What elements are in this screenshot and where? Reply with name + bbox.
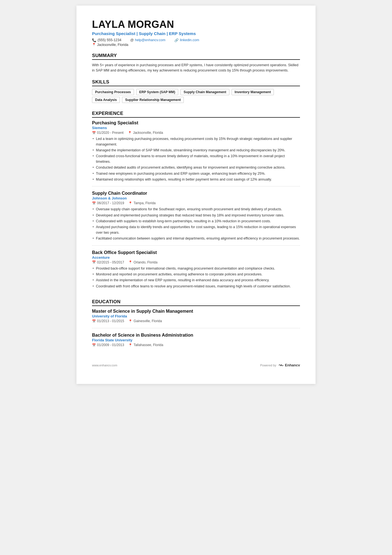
entry-bullets: Oversaw supply chain operations for the … xyxy=(92,207,300,241)
experience-entry: Back Office Support Specialist Accenture… xyxy=(92,250,300,293)
candidate-title: Purchasing Specialist | Supply Chain | E… xyxy=(92,31,300,36)
skill-tag: Supplier Relationship Management xyxy=(122,97,184,103)
edu-title: Master of Science in Supply Chain Manage… xyxy=(92,309,300,314)
edu-date: 📅01/2009 - 01/2013 xyxy=(92,343,124,347)
phone-icon: 📞 xyxy=(92,38,96,42)
edu-meta: 📅01/2009 - 01/2013 📍Tallahassee, Florida xyxy=(92,343,300,347)
entry-bullets: Led a team in optimizing purchasing proc… xyxy=(92,136,300,182)
resume-page: LAYLA MORGAN Purchasing Specialist | Sup… xyxy=(76,6,316,384)
entry-title: Purchasing Specialist xyxy=(92,120,300,125)
skills-heading: SKILLS xyxy=(92,79,300,86)
skill-tag: Data Analysis xyxy=(92,97,120,103)
location-detail: 📍 Jacksonville, Florida xyxy=(92,43,128,47)
powered-by-block: Powered by Enhancv xyxy=(260,363,300,367)
enhancv-logo-svg xyxy=(278,363,284,367)
bullet-item: Maintained strong relationships with sup… xyxy=(92,177,300,182)
bullet-item: Oversaw supply chain operations for the … xyxy=(92,207,300,212)
location-pin-icon: 📍 xyxy=(128,201,132,205)
bullet-item: Coordinated cross-functional teams to en… xyxy=(92,154,300,164)
resume-header: LAYLA MORGAN Purchasing Specialist | Sup… xyxy=(92,19,300,47)
skills-section: SKILLS Purchasing ProcessesERP System (S… xyxy=(92,79,300,105)
bullet-item: Assisted in the implementation of new ER… xyxy=(92,278,300,283)
experience-entry: Supply Chain Coordinator Johnson & Johns… xyxy=(92,191,300,245)
education-heading: EDUCATION xyxy=(92,299,300,306)
skill-tag: Supply Chain Management xyxy=(180,89,229,95)
bullet-item: Analyzed purchasing data to identify tre… xyxy=(92,225,300,235)
edu-institution: Florida State University xyxy=(92,338,300,342)
bullet-item: Conducted detailed audits of procurement… xyxy=(92,165,300,170)
candidate-name: LAYLA MORGAN xyxy=(92,19,300,30)
calendar-icon: 📅 xyxy=(92,260,96,264)
linkedin-url: linkedin.com xyxy=(180,38,199,42)
skill-tag: Inventory Management xyxy=(232,89,274,95)
experience-section: EXPERIENCE Purchasing Specialist Siemens… xyxy=(92,111,300,293)
location-pin-icon: 📍 xyxy=(128,343,132,347)
edu-location: 📍Gainesville, Florida xyxy=(128,319,162,323)
entry-company: Siemens xyxy=(92,126,300,130)
location-pin-icon: 📍 xyxy=(128,131,132,135)
calendar-icon: 📅 xyxy=(92,201,96,205)
edu-title: Bachelor of Science in Business Administ… xyxy=(92,333,300,338)
entry-date: 📅01/2020 - Present xyxy=(92,131,123,135)
bullet-item: Managed the implementation of SAP MM mod… xyxy=(92,148,300,153)
skill-tag: ERP System (SAP MM) xyxy=(136,89,178,95)
enhancv-brand: Enhancv xyxy=(278,363,300,367)
experience-entry: Purchasing Specialist Siemens 📅01/2020 -… xyxy=(92,120,300,186)
phone-info: 📞 (555) 555-1234 xyxy=(92,38,121,42)
calendar-icon: 📅 xyxy=(92,131,96,135)
entry-meta: 📅02/2015 - 05/2017 📍Orlando, Florida xyxy=(92,260,300,264)
edu-meta: 📅01/2013 - 01/2015 📍Gainesville, Florida xyxy=(92,319,300,323)
bullet-item: Led a team in optimizing purchasing proc… xyxy=(92,136,300,147)
skills-list: Purchasing ProcessesERP System (SAP MM)S… xyxy=(92,89,300,105)
bullet-item: Facilitated communication between suppli… xyxy=(92,236,300,241)
resume-footer: www.enhancv.com Powered by Enhancv xyxy=(92,363,300,367)
linkedin-info: 🔗 linkedin.com xyxy=(174,38,199,42)
entry-company: Johnson & Johnson xyxy=(92,196,300,200)
bullet-item: Trained new employees in purchasing proc… xyxy=(92,171,300,176)
edu-institution: University of Florida xyxy=(92,314,300,318)
bullet-item: Collaborated with suppliers to establish… xyxy=(92,219,300,224)
calendar-icon: 📅 xyxy=(92,319,96,323)
education-section: EDUCATION Master of Science in Supply Ch… xyxy=(92,299,300,352)
summary-heading: SUMMARY xyxy=(92,53,300,60)
location-info: 📍 Jacksonville, Florida xyxy=(92,43,300,47)
education-entry: Master of Science in Supply Chain Manage… xyxy=(92,309,300,328)
entry-company: Accenture xyxy=(92,255,300,260)
linkedin-icon: 🔗 xyxy=(174,38,179,42)
entry-date: 📅02/2015 - 05/2017 xyxy=(92,260,124,264)
email-info: @ help@enhancv.com xyxy=(130,38,165,42)
powered-by-label: Powered by xyxy=(260,364,276,367)
location-pin-icon: 📍 xyxy=(128,260,132,264)
entry-location: 📍Orlando, Florida xyxy=(128,260,157,264)
bullet-item: Provided back-office support for interna… xyxy=(92,266,300,271)
summary-text: With 5+ years of experience in purchasin… xyxy=(92,63,300,73)
education-entry: Bachelor of Science in Business Administ… xyxy=(92,333,300,352)
experience-entries: Purchasing Specialist Siemens 📅01/2020 -… xyxy=(92,120,300,293)
bullet-item: Coordinated with front office teams to r… xyxy=(92,284,300,289)
entry-title: Back Office Support Specialist xyxy=(92,250,300,255)
entry-location: 📍Tampa, Florida xyxy=(128,201,155,205)
bullet-item: Monitored and reported on procurement ac… xyxy=(92,272,300,277)
location-icon: 📍 xyxy=(92,43,96,46)
entry-bullets: Provided back-office support for interna… xyxy=(92,266,300,289)
calendar-icon: 📅 xyxy=(92,343,96,347)
skill-tag: Purchasing Processes xyxy=(92,89,134,95)
entry-meta: 📅01/2020 - Present 📍Jacksonville, Florid… xyxy=(92,131,300,135)
email-address: help@enhancv.com xyxy=(135,38,165,42)
phone-number: (555) 555-1234 xyxy=(98,38,121,42)
location-text: Jacksonville, Florida xyxy=(97,43,128,47)
entry-location: 📍Jacksonville, Florida xyxy=(128,131,163,135)
edu-date: 📅01/2013 - 01/2015 xyxy=(92,319,124,323)
entry-meta: 📅06/2017 - 12/2019 📍Tampa, Florida xyxy=(92,201,300,205)
experience-heading: EXPERIENCE xyxy=(92,111,300,118)
footer-website: www.enhancv.com xyxy=(92,364,117,367)
entry-title: Supply Chain Coordinator xyxy=(92,191,300,196)
summary-section: SUMMARY With 5+ years of experience in p… xyxy=(92,53,300,73)
contact-info: 📞 (555) 555-1234 @ help@enhancv.com 🔗 li… xyxy=(92,38,300,42)
location-pin-icon: 📍 xyxy=(128,319,132,323)
email-icon: @ xyxy=(130,38,134,42)
entry-date: 📅06/2017 - 12/2019 xyxy=(92,201,124,205)
education-entries: Master of Science in Supply Chain Manage… xyxy=(92,309,300,352)
bullet-item: Developed and implemented purchasing str… xyxy=(92,213,300,218)
enhancv-text: Enhancv xyxy=(285,363,300,367)
